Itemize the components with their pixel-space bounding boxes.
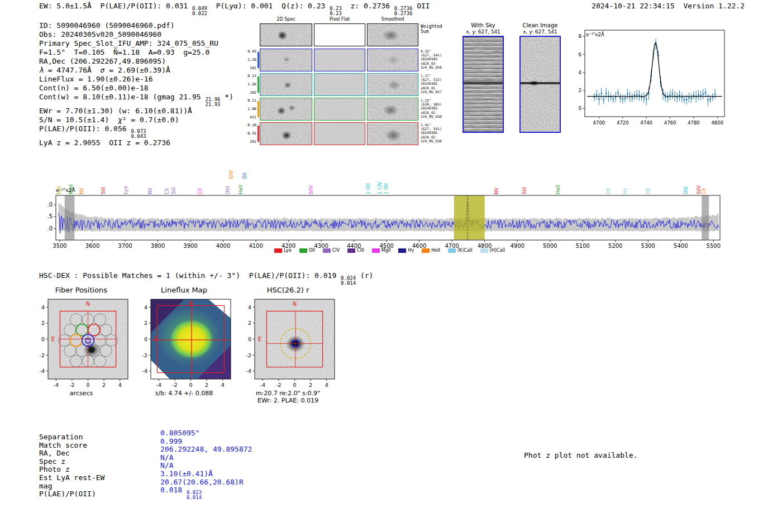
with-sky-panel: With Sky x, y: 627, 541 — [462, 22, 504, 133]
spec2d-row-right-label: WeightedSum — [421, 24, 449, 34]
svg-text:N: N — [86, 301, 90, 307]
match-row-value: N/A — [160, 462, 252, 470]
spec2d-image — [367, 49, 418, 71]
info-line: Primary Spec_Slot_IFU_AMP: 324_075_055_R… — [39, 39, 233, 48]
spectrum-legend: LyαOIICIVCIIIMgIIHγHeII(K)CaII(H)CaII — [47, 248, 732, 253]
svg-text:-2: -2 — [142, 352, 147, 358]
spec2d-row-left-label: 0.431.28391 — [246, 50, 256, 70]
legend-swatch — [372, 248, 380, 253]
legend-item: Hγ — [398, 248, 414, 253]
svg-text:0: 0 — [189, 382, 192, 388]
info-line: EWr = 7.70(±1.30) (w: 6.10(±0.81))Å — [39, 107, 233, 116]
spec2d-col-header: Smoothed — [382, 17, 404, 22]
emission-line-label: SiIV — [228, 170, 234, 179]
legend-swatch — [398, 248, 406, 253]
fiber-positions-plot: -4-4-2-2002244NE — [32, 296, 130, 390]
spec2d-row-left-label: 0.100.55391 — [246, 123, 256, 144]
svg-text:0: 0 — [579, 106, 581, 111]
legend-swatch — [422, 248, 430, 253]
svg-text:2: 2 — [309, 382, 312, 388]
match-row-value: 3.10(±0.41)Å — [160, 470, 252, 478]
svg-text:-4: -4 — [142, 368, 147, 374]
spec2d-row-tick — [258, 76, 259, 93]
svg-text:4760: 4760 — [664, 120, 676, 126]
info-line: LineFlux = 1.90(±0.26)e-16 — [39, 75, 233, 84]
legend-swatch — [480, 248, 488, 253]
info-line: ID: 5090046960 (5090046960.pdf) — [39, 21, 233, 30]
svg-text:4700: 4700 — [593, 120, 605, 126]
svg-text:-4: -4 — [40, 368, 45, 374]
hsc-r-title: HSC(26.2) r — [239, 286, 337, 294]
legend-item: Lyα — [274, 248, 292, 253]
hsc-r-plot: -4-4-2-2002244NE — [239, 296, 337, 390]
match-row-value: 20.67(20.66,20.68)R — [160, 478, 252, 487]
svg-text:6: 6 — [579, 52, 581, 57]
hsc-r-ewr-label: EWr: 2. PLAE: 0.019 — [239, 397, 337, 404]
spec2d-image — [260, 49, 312, 71]
info-line: LyA z = 2.9055 OII z = 0.2736 — [39, 138, 233, 147]
spec2d-image — [260, 23, 312, 46]
plot-frame — [585, 30, 724, 117]
clean-image-image — [519, 36, 561, 133]
clean-image-noise — [521, 37, 560, 132]
svg-text:5.0: 5.0 — [47, 202, 53, 208]
fiber-positions-xlabel: arcsecs — [32, 390, 130, 397]
svg-text:4: 4 — [325, 382, 328, 388]
svg-text:0.0: 0.0 — [47, 226, 53, 232]
detection-info-block: ID: 5090046960 (5090046960.pdf)Obs: 2024… — [39, 21, 233, 147]
spec2d-image — [367, 122, 418, 145]
svg-text:-2: -2 — [172, 382, 177, 388]
svg-text:4740: 4740 — [640, 120, 652, 126]
fiber-positions-title: Fiber Positions — [32, 286, 130, 294]
legend-swatch — [448, 248, 456, 253]
spec2d-row-right-label: 0.35"(627, 541)20240305v020_03324_RU_058 — [421, 49, 449, 69]
svg-text:0: 0 — [86, 382, 89, 388]
svg-text:2: 2 — [248, 320, 251, 326]
svg-text:4780: 4780 — [688, 120, 700, 126]
spec2d-image — [260, 122, 312, 145]
match-row-label: mag — [39, 482, 104, 491]
svg-text:4: 4 — [248, 304, 251, 310]
clean-image-coords: x, y: 627, 541 — [519, 29, 561, 35]
match-row-label: Est LyA rest-EW — [39, 474, 104, 482]
hsc-r-panel: HSC(26.2) r -4-4-2-2002244NE m:20.7 re:2… — [239, 286, 337, 406]
summary-header: EW: 5.0±1.5Å P(LAE)/P(OII): 0.031 0.0490… — [39, 2, 430, 16]
match-row-value: 0.805095" — [160, 429, 252, 438]
legend-swatch — [323, 248, 331, 253]
match-row-label: P(LAE)/P(OII) — [39, 490, 104, 499]
emission-line-label: OII — [242, 172, 247, 179]
svg-text:4: 4 — [221, 382, 225, 388]
spec2d-row-right-label: 1.41"(627, 541)20240305v020_02324_RU_038 — [421, 123, 449, 143]
svg-text:-2: -2 — [69, 382, 74, 388]
spec2d-row-left-label: 0.111.00411 — [246, 99, 256, 119]
lineflux-map-panel: Lineflux Map -4-4-2-2002244NE s/b: 4.74 … — [135, 286, 233, 406]
svg-text:8: 8 — [579, 33, 581, 39]
svg-text:E: E — [51, 336, 55, 342]
info-line: λ = 4747.76Å σ = 2.69(±0.39)Å — [39, 66, 233, 75]
legend-item: (H)CaII — [480, 248, 505, 253]
svg-text:0: 0 — [293, 382, 296, 388]
lineflux-map-xlabel: s/b: 4.74 +/- 0.088 — [135, 390, 233, 397]
spec2d-image — [314, 49, 365, 71]
spec2d-image — [367, 73, 418, 96]
svg-text:0: 0 — [144, 336, 147, 342]
svg-text:N: N — [189, 301, 193, 307]
svg-text:2: 2 — [41, 320, 45, 326]
legend-item: HeII — [422, 248, 440, 253]
zoom-flux-units-label: e⁻¹⁷x2Å — [586, 32, 604, 37]
svg-text:4: 4 — [41, 304, 45, 310]
match-row-label: Separation — [39, 433, 104, 442]
svg-text:2: 2 — [205, 382, 208, 388]
detection-highlight-band — [454, 196, 485, 240]
elixer-report-page: EW: 5.0±1.5Å P(LAE)/P(OII): 0.031 0.0490… — [0, 0, 782, 532]
svg-text:4: 4 — [144, 304, 147, 310]
svg-text:-2: -2 — [276, 382, 281, 388]
timestamp-version: 2024-10-21 22:34:15 Version 1.22.2 — [592, 2, 745, 11]
spec2d-image — [314, 122, 365, 145]
info-line: Obs: 20240305v020_5090046960 — [39, 30, 233, 39]
svg-text:4720: 4720 — [617, 120, 629, 126]
spec2d-col-header: 2D Spec — [276, 17, 295, 22]
legend-item: CIII — [347, 248, 364, 253]
svg-text:2.5: 2.5 — [47, 213, 53, 219]
svg-text:-2: -2 — [40, 352, 45, 358]
